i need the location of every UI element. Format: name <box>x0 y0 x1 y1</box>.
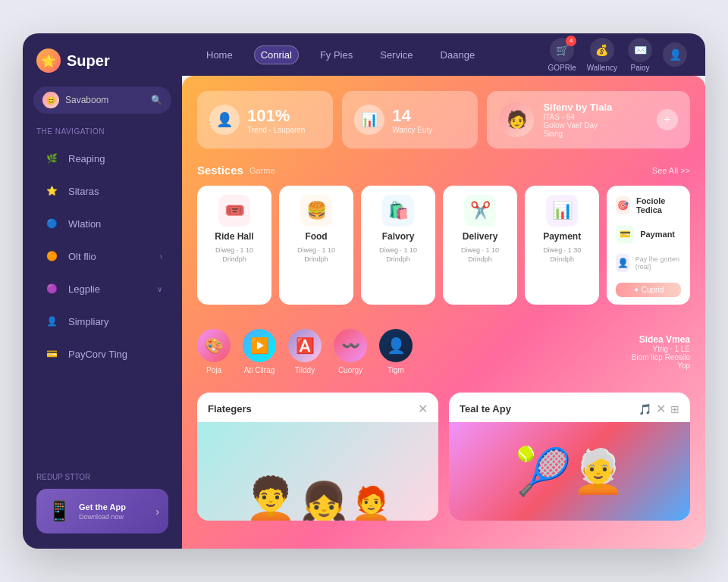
sidebar-item-simpliary[interactable]: 👤 Simpliary <box>29 305 176 337</box>
paymant-icon: 💳 <box>616 225 634 243</box>
quick-label: Cuorgy <box>338 366 362 374</box>
promo-card[interactable]: 📱 Get the App Download now › <box>36 489 168 534</box>
search-icon[interactable]: 🔍 <box>151 95 162 105</box>
profile-detail1: ITAS - 64 <box>543 113 612 121</box>
bottom-card-teal-te-apy: Teal te Apy 🎵 ✕ ⊞ 🎾 🧑‍🦳 <box>449 393 690 521</box>
sidebar-item-paycorvting[interactable]: 💳 PayCorv Ting <box>29 338 176 370</box>
nav-home[interactable]: Home <box>200 46 239 64</box>
sidebar-service-paymant[interactable]: 💳 Paymant <box>616 222 681 246</box>
profile-detail3: Siang <box>543 130 612 138</box>
simpliary-icon: 👤 <box>42 312 61 330</box>
close-icon[interactable]: ✕ <box>656 402 666 416</box>
pay-icon: 👤 <box>616 254 629 272</box>
sidebar-service-fociole[interactable]: 🎯 Fociole Tedica <box>616 193 681 217</box>
user-button[interactable]: 👤 <box>663 42 687 67</box>
hero-profile: 🧑 Sifenv by Tiala ITAS - 64 Golow Vaef D… <box>487 91 690 149</box>
legplie-icon: 🟣 <box>42 280 61 298</box>
sidebar-item-label: Legplie <box>68 283 100 295</box>
chevron-right-icon: › <box>155 505 159 518</box>
sidebar-bottom: Redup Sttor 📱 Get the App Download now › <box>23 462 182 549</box>
promo-card-text: Get the App <box>79 502 126 512</box>
sidebar-item-wlation[interactable]: 🔵 Wlation <box>29 208 176 239</box>
topnav-items: Home Conrial Fy Pies Service Daange <box>200 45 481 64</box>
nav-service[interactable]: Service <box>374 46 419 64</box>
bottom-card-flategers: Flategers ✕ 🧑‍🦱 👧 🧑‍🦰 <box>197 393 438 521</box>
hero-stat1-value: 101% <box>247 106 305 126</box>
service-sidebar: 🎯 Fociole Tedica 💳 Paymant 👤 <box>607 186 690 305</box>
close-icon[interactable]: ✕ <box>418 402 428 416</box>
service-ride-hall[interactable]: 🎟️ Ride Hall Diweg · 1 10 Drindph <box>197 186 271 305</box>
service-payment[interactable]: 📊 Payment Diweg · 1 30 Drindph <box>525 186 599 305</box>
mail-button[interactable]: ✉️ <box>628 38 652 62</box>
services-row: 🎟️ Ride Hall Diweg · 1 10 Drindph 🍔 Food… <box>197 186 690 305</box>
sidebar-item-label: Reaping <box>68 153 105 164</box>
quick-label: Tigm <box>388 366 404 374</box>
wlation-icon: 🔵 <box>42 214 61 233</box>
wallet-icon: 💰 <box>595 44 608 56</box>
quick-tigm[interactable]: 👤 Tigm <box>379 329 413 374</box>
service-detail: Diweg · 1 10 Drindph <box>297 246 335 264</box>
service-delivery[interactable]: ✂️ Delivery Diweg · 1 10 Drindph <box>443 186 517 305</box>
services-more-link[interactable]: See All >> <box>652 166 690 175</box>
sidebar-search[interactable]: 😊 🔍 <box>33 86 171 114</box>
payment-icon: 📊 <box>546 195 578 227</box>
grid-icon[interactable]: ⊞ <box>670 403 679 415</box>
nav-section-label: The Navigation <box>23 127 182 142</box>
sidebar-service-name: Paymant <box>640 230 675 239</box>
service-falvory[interactable]: 🛍️ Falvory Diweg · 1 10 Drindph <box>361 186 435 305</box>
main-scrollable: 👤 101% Trend - Lsuparen 📊 14 Waricy Euty… <box>182 76 705 549</box>
hero-stat2-value: 14 <box>392 106 432 126</box>
sidebar-item-reaping[interactable]: 🌿 Reaping <box>29 142 176 174</box>
sidebar-item-label: Olt flio <box>68 251 96 262</box>
service-name: Payment <box>543 231 581 242</box>
poja-icon: 🎨 <box>197 329 231 362</box>
service-name: Ride Hall <box>215 231 253 242</box>
service-detail: Diweg · 1 10 Drindph <box>215 246 253 264</box>
service-food[interactable]: 🍔 Food Diweg · 1 10 Drindph <box>279 186 353 305</box>
hero-stat2-icon: 📊 <box>354 105 384 135</box>
sports-character: 🧑‍🦳 <box>572 446 625 496</box>
profile-avatar: 🧑 <box>499 102 534 137</box>
promo-label: Redup Sttor <box>36 473 168 481</box>
profile-add-button[interactable]: + <box>657 109 678 130</box>
cart-button[interactable]: 🛒 4 <box>550 38 574 62</box>
service-name: Delivery <box>463 231 498 242</box>
sidebar-item-sitaras[interactable]: ⭐ Sitaras <box>29 175 176 207</box>
sidebar: 🌟 Super 😊 🔍 The Navigation 🌿 Reaping ⭐ S… <box>23 33 182 549</box>
hero-stat1-icon: 👤 <box>209 105 240 135</box>
sidebar-service-pay[interactable]: 👤 Pay lhe gorten (real) <box>616 251 681 275</box>
ride-hall-icon: 🎟️ <box>218 195 250 227</box>
oltflio-icon: 🟠 <box>42 247 61 265</box>
nav-conrial[interactable]: Conrial <box>254 45 299 64</box>
hero-row: 👤 101% Trend - Lsuparen 📊 14 Waricy Euty… <box>197 91 690 149</box>
services-subtitle: Garme <box>249 166 275 175</box>
wallet-button[interactable]: 💰 <box>590 38 614 62</box>
nav-daange[interactable]: Daange <box>435 46 482 64</box>
bottom-card-title: Flategers <box>208 403 252 415</box>
bottom-card-title: Teal te Apy <box>460 403 511 415</box>
cart-button-wrap: 🛒 4 GOPRle <box>548 38 576 72</box>
sidebar-item-label: Wlation <box>68 218 101 230</box>
sidebar-item-label: PayCorv Ting <box>68 349 127 360</box>
quick-label: Poja <box>206 366 221 374</box>
quick-info-sub3: Yop <box>632 361 690 370</box>
quick-cuorgy[interactable]: 〰️ Cuorgy <box>334 329 367 374</box>
sidebar-item-oltflio[interactable]: 🟠 Olt flio › <box>29 240 176 272</box>
fociole-icon: 🎯 <box>616 196 630 214</box>
tilddy-icon: 🅰️ <box>288 329 322 362</box>
sidebar-item-legplie[interactable]: 🟣 Legplie ∨ <box>29 273 176 305</box>
character-1: 🧑‍🦱 <box>244 478 297 521</box>
quick-ati-cilrag[interactable]: ▶️ Ati Cilrag <box>243 329 276 374</box>
quick-poja[interactable]: 🎨 Poja <box>197 329 231 374</box>
chevron-down-icon: ∨ <box>157 285 162 293</box>
main-content: Home Conrial Fy Pies Service Daange 🛒 4 … <box>182 33 705 549</box>
falvory-icon: 🛍️ <box>382 195 414 227</box>
search-input[interactable] <box>65 95 141 105</box>
upgrade-button[interactable]: ✦ Cuprid <box>616 283 681 297</box>
quick-tilddy[interactable]: 🅰️ Tilddy <box>288 329 322 374</box>
mail-button-wrap: ✉️ Paioy <box>628 38 652 72</box>
nav-fypies[interactable]: Fy Pies <box>314 46 359 64</box>
quick-info-sub1: Ytrig · 1 LE <box>632 345 690 353</box>
quick-label: Ati Cilrag <box>244 366 275 374</box>
cart-label: GOPRle <box>548 64 576 72</box>
